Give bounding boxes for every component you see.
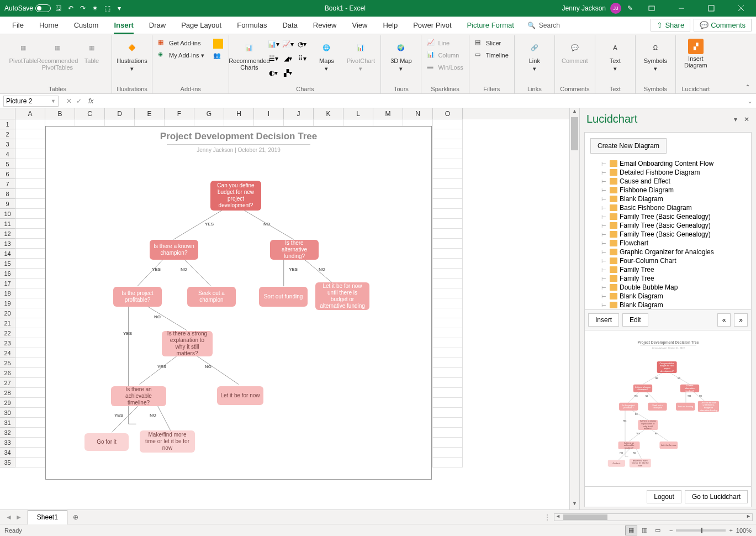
tree-item[interactable]: ⊢Family Tree (Basic Genealogy) — [588, 212, 748, 221]
row-head[interactable]: 20 — [0, 308, 15, 318]
cell[interactable] — [15, 189, 45, 199]
cell[interactable] — [15, 219, 45, 229]
row-head[interactable]: 12 — [0, 229, 15, 239]
link-button[interactable]: 🔗Link▾ — [518, 38, 551, 73]
cancel-formula-icon[interactable]: ✕ — [66, 97, 72, 105]
3d-map-button[interactable]: 🌍3D Map▾ — [384, 38, 417, 73]
col-head[interactable]: B — [45, 108, 75, 119]
timeline-button[interactable]: ▭Timeline — [473, 50, 511, 61]
tree-item[interactable]: ⊢Blank Diagram — [588, 195, 748, 203]
cell[interactable] — [15, 368, 45, 378]
bar-chart-icon[interactable]: ☱▾ — [267, 52, 280, 65]
cell[interactable] — [433, 378, 463, 388]
page-break-view-button[interactable]: ▭ — [652, 526, 664, 535]
cell[interactable] — [433, 229, 463, 239]
cell[interactable] — [15, 119, 45, 129]
cell[interactable] — [15, 149, 45, 159]
tree-item[interactable]: ⊢Family Tree (Basic Genealogy) — [588, 221, 748, 230]
tree-item[interactable]: ⊢Cause and Effect — [588, 177, 748, 186]
tree-item[interactable]: ⊢Double Bubble Map — [588, 283, 748, 292]
inserted-diagram[interactable]: Project Development Decision Tree Jenny … — [45, 126, 432, 480]
row-head[interactable]: 33 — [0, 438, 15, 448]
tree-item[interactable]: ⊢Fishbone Diagram — [588, 186, 748, 195]
tab-review[interactable]: Review — [305, 17, 345, 34]
row-head[interactable]: 35 — [0, 458, 15, 467]
tab-home[interactable]: Home — [31, 17, 66, 34]
col-head[interactable]: I — [254, 108, 284, 119]
cell[interactable] — [433, 159, 463, 169]
sparkline-winloss-button[interactable]: ▬Win/Loss — [425, 62, 465, 73]
zoom-slider[interactable] — [676, 529, 726, 532]
stock-chart-icon[interactable]: ◐▾ — [267, 66, 280, 80]
cell[interactable] — [15, 169, 45, 179]
row-head[interactable]: 25 — [0, 358, 15, 368]
cell[interactable] — [433, 278, 463, 288]
area-chart-icon[interactable]: ◢▾ — [281, 52, 294, 65]
cell[interactable] — [15, 448, 45, 458]
table-button[interactable]: ▦Table — [75, 38, 108, 65]
cell[interactable] — [433, 408, 463, 418]
vertical-scrollbar[interactable]: ▲ ▼ — [569, 108, 579, 509]
cell[interactable] — [15, 199, 45, 209]
cell[interactable] — [433, 338, 463, 348]
save-icon[interactable]: 🖫 — [54, 4, 63, 13]
row-head[interactable]: 31 — [0, 418, 15, 428]
scroll-up-icon[interactable]: ▲ — [570, 108, 579, 117]
cell[interactable] — [15, 428, 45, 438]
formula-input[interactable] — [96, 96, 744, 107]
cell[interactable] — [433, 219, 463, 229]
symbols-button[interactable]: ΩSymbols▾ — [639, 38, 672, 73]
row-head[interactable]: 9 — [0, 199, 15, 209]
goto-lucidchart-button[interactable]: Go to Lucidchart — [685, 490, 748, 503]
zoom-out-button[interactable]: − — [669, 527, 673, 534]
tab-formulas[interactable]: Formulas — [229, 17, 274, 34]
pane-prev-button[interactable]: « — [717, 313, 731, 327]
user-avatar[interactable]: JJ — [610, 3, 621, 14]
col-head[interactable]: O — [433, 108, 463, 119]
tree-item[interactable]: ⊢Flowchart — [588, 239, 748, 248]
sheet-nav-next-icon[interactable]: ► — [15, 513, 22, 521]
get-addins-button[interactable]: ▦Get Add-ins — [156, 38, 207, 49]
redo-icon[interactable]: ↷ — [78, 4, 87, 13]
row-head[interactable]: 4 — [0, 149, 15, 159]
pane-close-icon[interactable]: ✕ — [744, 115, 749, 123]
col-head[interactable]: A — [15, 108, 45, 119]
insert-diagram-button[interactable]: ▞Insert Diagram — [679, 38, 712, 70]
comments-button[interactable]: 💬 Comments — [694, 19, 752, 31]
row-head[interactable]: 28 — [0, 388, 15, 398]
row-head[interactable]: 5 — [0, 159, 15, 169]
cell[interactable] — [15, 249, 45, 259]
tree-item[interactable]: ⊢Blank Diagram — [588, 292, 748, 301]
cell[interactable] — [15, 139, 45, 149]
hscroll-splitter[interactable]: ⋮ — [544, 513, 551, 521]
tree-item[interactable]: ⊢Basic Fishbone Diagram — [588, 203, 748, 212]
tree-item[interactable]: ⊢Blank Diagram — [588, 301, 748, 309]
collapse-ribbon-button[interactable]: ⌃ — [743, 81, 753, 93]
row-head[interactable]: 8 — [0, 189, 15, 199]
cell[interactable] — [433, 448, 463, 458]
expand-formula-icon[interactable]: ⌄ — [744, 97, 756, 105]
cell[interactable] — [433, 388, 463, 398]
pivottable-button[interactable]: ▦PivotTable — [7, 38, 40, 65]
cell[interactable] — [433, 149, 463, 159]
tab-insert[interactable]: Insert — [106, 17, 141, 34]
cell[interactable] — [15, 308, 45, 318]
scroll-down-icon[interactable]: ▼ — [570, 501, 579, 509]
cell[interactable] — [15, 328, 45, 338]
people-addin-button[interactable]: 👥 — [211, 51, 225, 62]
qat-more-icon[interactable]: ▾ — [115, 4, 124, 13]
cell[interactable] — [15, 348, 45, 358]
cell[interactable] — [15, 278, 45, 288]
horizontal-scrollbar[interactable]: ◄ ► — [554, 513, 753, 521]
fx-icon[interactable]: fx — [86, 97, 96, 105]
row-head[interactable]: 1 — [0, 119, 15, 129]
bing-addin-button[interactable] — [211, 38, 225, 50]
cell[interactable] — [433, 348, 463, 358]
row-head[interactable]: 2 — [0, 129, 15, 139]
name-box[interactable]: Picture 2▼ — [3, 96, 59, 107]
row-head[interactable]: 29 — [0, 398, 15, 408]
pencil-icon[interactable]: ✎ — [626, 4, 635, 13]
rec-charts-button[interactable]: 📊Recommended Charts — [232, 38, 266, 72]
row-head[interactable]: 21 — [0, 318, 15, 328]
cell[interactable] — [433, 308, 463, 318]
